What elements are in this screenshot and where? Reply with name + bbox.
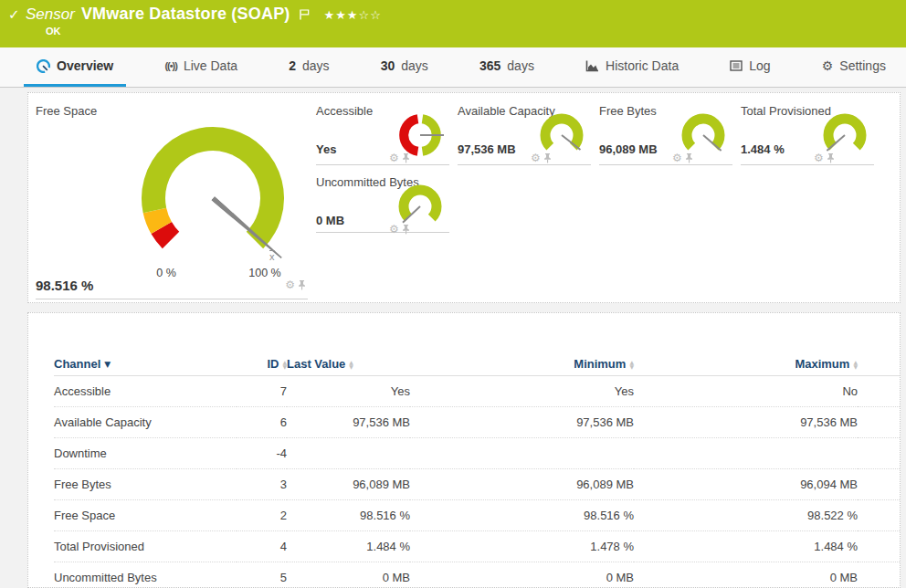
table-row: Total Provisioned 4 1.484 % 1.478 % 1.48… xyxy=(54,531,901,562)
channel-name-cell[interactable]: Free Bytes xyxy=(54,469,237,500)
gauge-tile-free-bytes: Free Bytes 96,089 MB ⚙ xyxy=(599,100,732,165)
maximum-cell: 0 MB xyxy=(634,562,858,588)
gauge-tile-free-space: Free Space 0 % 100 % x 98.516 % ⚙ xyxy=(36,100,308,299)
sort-icon: ▲▼ xyxy=(629,360,634,369)
column-header-id[interactable]: ID▲▼ xyxy=(237,352,287,376)
tab-label: Overview xyxy=(57,58,113,73)
gauge-value: 0 MB xyxy=(316,214,344,227)
minimum-cell: 98.516 % xyxy=(410,500,634,531)
channel-id-cell: 4 xyxy=(237,531,287,562)
minimum-cell: 0 MB xyxy=(410,562,634,588)
gauge-tile-available-capacity: Available Capacity 97,536 MB ⚙ xyxy=(458,100,591,165)
channel-id-cell: 3 xyxy=(237,469,287,500)
maximum-cell xyxy=(634,438,858,469)
channel-name-cell[interactable]: Uncommitted Bytes xyxy=(54,562,237,588)
edit-channel-cell[interactable]: ⚙⚙ xyxy=(858,562,901,588)
edit-channel-cell[interactable]: ⚙⚙ xyxy=(858,438,901,469)
gauge-needle xyxy=(420,134,444,136)
tab-historic-data[interactable]: Historic Data xyxy=(573,47,691,87)
channel-name-cell[interactable]: Available Capacity xyxy=(54,407,237,438)
edit-channel-cell[interactable]: ⚙⚙ xyxy=(858,469,901,500)
gauge-title: Accessible xyxy=(316,104,373,118)
tab-30-days[interactable]: 30 days xyxy=(368,47,441,87)
last-value-cell: 1.484 % xyxy=(287,531,410,562)
column-header-edit xyxy=(858,352,901,376)
gear-icon[interactable]: ⚙ xyxy=(285,279,295,290)
stars-empty[interactable]: ☆☆ xyxy=(359,8,382,22)
maximum-cell: 96,094 MB xyxy=(634,469,858,500)
gauge-title: Free Bytes xyxy=(599,104,657,118)
gauge-value: 98.516 % xyxy=(36,278,93,293)
gear-icon[interactable]: ⚙ xyxy=(389,224,399,235)
last-value-cell: Yes xyxy=(287,376,410,407)
channels-panel: Channel▼ ID▲▼ Last Value▲▼ Minimum▲▼ Max… xyxy=(27,312,901,588)
table-header-row: Channel▼ ID▲▼ Last Value▲▼ Minimum▲▼ Max… xyxy=(54,352,901,376)
tab-label: Settings xyxy=(839,58,886,73)
gauge-value: Yes xyxy=(316,142,336,156)
channel-name-cell[interactable]: Total Provisioned xyxy=(54,531,237,562)
channel-table-body: Accessible 7 Yes Yes No ⚙⚙ Available Cap… xyxy=(54,376,901,588)
table-row: Free Space 2 98.516 % 98.516 % 98.522 % … xyxy=(54,500,901,531)
pin-icon[interactable] xyxy=(543,152,552,163)
gauge-scale-max: 100 % xyxy=(242,267,288,279)
table-row: Available Capacity 6 97,536 MB 97,536 MB… xyxy=(54,407,901,438)
pin-icon[interactable] xyxy=(827,152,835,163)
edit-channel-cell[interactable]: ⚙⚙ xyxy=(858,376,901,407)
priority-flag-icon[interactable] xyxy=(299,8,311,23)
live-data-icon: ((•)) xyxy=(164,60,177,71)
column-header-last-value[interactable]: Last Value▲▼ xyxy=(287,352,410,376)
column-header-channel[interactable]: Channel▼ xyxy=(54,352,237,376)
sensor-header: ✓ Sensor VMware Datastore (SOAP) ★★★☆☆ O… xyxy=(0,0,906,47)
edit-channel-cell[interactable]: ⚙⚙ xyxy=(858,531,901,562)
gear-icon[interactable]: ⚙ xyxy=(531,152,541,163)
gear-icon[interactable]: ⚙ xyxy=(389,152,399,163)
tab-number: 365 xyxy=(479,58,500,73)
tab-settings[interactable]: ⚙ Settings xyxy=(809,47,899,87)
gauge-title: Total Provisioned xyxy=(741,104,831,118)
gauge-value: 1.484 % xyxy=(741,142,785,156)
channel-id-cell: 2 xyxy=(237,500,287,531)
last-value-cell: 96,089 MB xyxy=(287,469,410,500)
tab-365-days[interactable]: 365 days xyxy=(467,47,547,87)
gear-icon[interactable]: ⚙ xyxy=(814,152,824,163)
minimum-cell: 97,536 MB xyxy=(410,407,634,438)
tab-log[interactable]: Log xyxy=(717,47,783,87)
priority-stars[interactable]: ★★★☆☆ xyxy=(324,8,382,22)
channel-id-cell: 6 xyxy=(237,407,287,438)
stars-filled[interactable]: ★★★ xyxy=(324,8,359,22)
gauge-title: Free Space xyxy=(36,104,97,118)
maximum-cell: No xyxy=(634,376,858,407)
pin-icon[interactable] xyxy=(402,152,410,163)
gauge-icon xyxy=(37,59,50,73)
average-marker: x xyxy=(269,251,275,262)
maximum-cell: 97,536 MB xyxy=(634,407,858,438)
sensor-status-badge: OK xyxy=(46,26,61,37)
gauges-panel: Free Space 0 % 100 % x 98.516 % ⚙ Access… xyxy=(27,92,901,303)
tab-2-days[interactable]: 2 days xyxy=(276,47,342,87)
settings-gear-icon: ⚙ xyxy=(822,58,834,73)
tab-label: Log xyxy=(749,58,770,73)
prtg-sensor-page: { "header": { "kind": "Sensor", "title":… xyxy=(0,0,906,588)
table-row: Free Bytes 3 96,089 MB 96,089 MB 96,094 … xyxy=(54,469,901,500)
last-value-cell xyxy=(287,438,410,469)
tab-live-data[interactable]: ((•)) Live Data xyxy=(152,47,250,87)
maximum-cell: 1.484 % xyxy=(634,531,858,562)
edit-channel-cell[interactable]: ⚙⚙ xyxy=(858,500,901,531)
gear-icon[interactable]: ⚙ xyxy=(672,152,682,163)
tab-label: days xyxy=(507,58,534,73)
channel-name-cell[interactable]: Downtime xyxy=(54,438,237,469)
pin-icon[interactable] xyxy=(298,279,306,290)
channel-name-cell[interactable]: Free Space xyxy=(54,500,237,531)
pin-icon[interactable] xyxy=(685,152,693,163)
last-value-cell: 0 MB xyxy=(287,562,410,588)
gauge-value: 96,089 MB xyxy=(599,142,658,156)
channel-name-cell[interactable]: Accessible xyxy=(54,376,237,407)
column-header-minimum[interactable]: Minimum▲▼ xyxy=(410,352,634,376)
last-value-cell: 98.516 % xyxy=(287,500,410,531)
table-row: Downtime -4 ⚙⚙ xyxy=(54,438,901,469)
pin-icon[interactable] xyxy=(402,224,410,235)
object-kind-label: Sensor xyxy=(26,5,75,24)
column-header-maximum[interactable]: Maximum▲▼ xyxy=(634,352,858,376)
tab-overview[interactable]: Overview xyxy=(24,47,126,87)
edit-channel-cell[interactable]: ⚙⚙ xyxy=(858,407,901,438)
